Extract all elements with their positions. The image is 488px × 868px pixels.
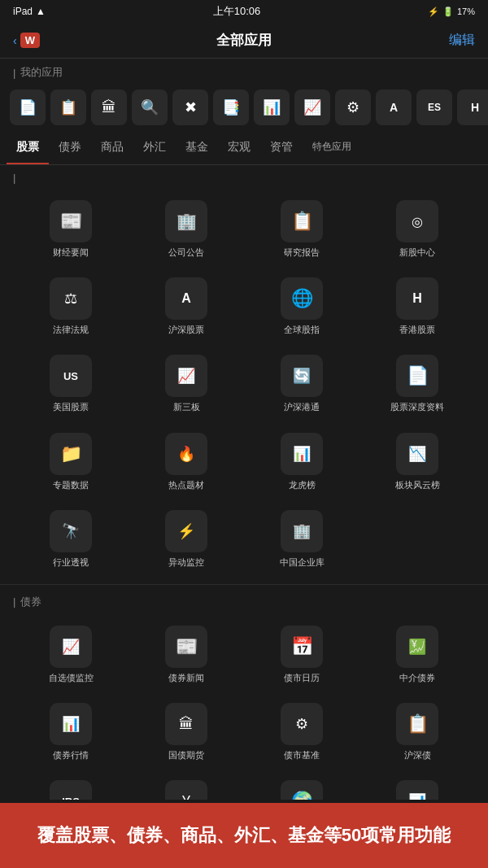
app-logo: W [20, 33, 40, 48]
dragon-tiger-label: 龙虎榜 [289, 480, 316, 491]
app-placeholder [359, 504, 475, 574]
connect-icon: 🔄 [281, 355, 323, 397]
sector-rank-icon: 📉 [396, 433, 438, 475]
app-movement-monitor[interactable]: ⚡ 异动监控 [129, 504, 244, 574]
app-research-report[interactable]: 📋 研究报告 [244, 194, 359, 264]
status-left: iPad ▲ [13, 6, 46, 17]
app-global-index[interactable]: 🌐 全球股指 [244, 271, 359, 342]
app-bond-watchlist[interactable]: 📈 自选债监控 [13, 619, 129, 690]
app-bond-quotes[interactable]: 📊 债券行情 [13, 696, 129, 767]
app-irs[interactable]: IRS IRS [13, 774, 129, 800]
shen-stocks-icon: A [165, 277, 207, 320]
bond-watchlist-label: 自选债监控 [49, 673, 94, 683]
app-industry-view[interactable]: 🔭 行业透视 [13, 504, 129, 574]
quick-icon-4[interactable]: ✖ [172, 89, 208, 125]
tab-bonds[interactable]: 债券 [49, 132, 91, 164]
app-sh-sz-bonds[interactable]: 📋 沪深债 [359, 696, 475, 767]
bond-calendar-icon: 📅 [281, 626, 323, 668]
tab-bar: 股票 债券 商品 外汇 基金 宏观 资管 特色应用 [0, 132, 488, 165]
treasury-futures-icon: 🏛 [165, 703, 207, 745]
app-bond-calendar[interactable]: 📅 债市日历 [244, 619, 359, 690]
movement-icon: ⚡ [165, 510, 207, 552]
us-stocks-label: 美国股票 [53, 402, 89, 412]
app-new-third-board[interactable]: 📈 新三板 [129, 348, 244, 419]
quick-icon-3[interactable]: 🔍 [132, 89, 168, 125]
sh-sz-bonds-label: 沪深债 [404, 750, 431, 761]
nav-title: 全部应用 [216, 31, 272, 50]
app-company-announcements[interactable]: 🏢 公司公告 [129, 194, 244, 264]
app-treasury-futures[interactable]: 🏛 国债期货 [129, 696, 244, 767]
quick-icon-7[interactable]: 📈 [294, 89, 330, 125]
tab-stocks[interactable]: 股票 [7, 132, 49, 164]
app-hk-stocks[interactable]: H 香港股票 [359, 271, 475, 342]
scroll-content[interactable]: | 📰 财经要闻 🏢 公司公告 📋 研究报告 ◎ 新股中心 ⚖ 法律法规 [0, 165, 488, 800]
tab-commodities[interactable]: 商品 [91, 132, 133, 164]
app-intermediary-bonds[interactable]: 💹 中介债券 [359, 619, 475, 690]
edit-button[interactable]: 编辑 [449, 32, 475, 49]
app-global-bonds[interactable]: 🌍 全球国债 [244, 774, 359, 800]
app-ipo-center[interactable]: ◎ 新股中心 [359, 194, 475, 264]
quick-icon-10[interactable]: ES [416, 89, 452, 125]
app-hot-topics[interactable]: 🔥 热点题材 [129, 426, 244, 497]
app-stock-depth[interactable]: 📄 股票深度资料 [359, 348, 475, 419]
app-bond-news[interactable]: 📰 债券新闻 [129, 619, 244, 690]
bottom-banner-text: 覆盖股票、债券、商品、外汇、基金等50项常用功能 [37, 823, 451, 848]
china-enterprise-icon: 🏢 [281, 510, 323, 552]
bond-depth-icon: 📊 [396, 780, 438, 800]
bond-watchlist-icon: 📈 [50, 626, 92, 668]
status-bar: iPad ▲ 上午10:06 ⚡ 🔋 17% [0, 0, 488, 23]
bond-calendar-label: 债市日历 [284, 673, 320, 683]
app-connect[interactable]: 🔄 沪深港通 [244, 348, 359, 419]
quick-icon-0[interactable]: 📄 [10, 89, 46, 125]
legal-label: 法律法规 [53, 325, 89, 335]
ipo-icon: ◎ [396, 200, 438, 242]
tab-special[interactable]: 特色应用 [303, 132, 361, 164]
company-ann-icon: 🏢 [165, 200, 207, 242]
tab-assetmgmt[interactable]: 资管 [260, 132, 303, 164]
app-financial-news[interactable]: 📰 财经要闻 [13, 194, 129, 264]
sector-rank-label: 板块风云榜 [395, 480, 440, 491]
quick-icons-row: 📄 📋 🏛 🔍 ✖ 📑 📊 📈 ⚙ A ES H ··· [0, 83, 488, 132]
movement-label: 异动监控 [168, 557, 204, 568]
hot-topics-icon: 🔥 [165, 433, 207, 475]
legal-icon: ⚖ [50, 277, 92, 320]
bonds-section-header: | 债券 [0, 588, 488, 613]
app-dragon-tiger[interactable]: 📊 龙虎榜 [244, 426, 359, 497]
tab-forex[interactable]: 外汇 [133, 132, 176, 164]
quick-icon-8[interactable]: ⚙ [335, 89, 371, 125]
app-bond-benchmark[interactable]: ⚙ 债市基准 [244, 696, 359, 767]
nav-bar: ‹ W 全部应用 编辑 [0, 23, 488, 59]
quick-icon-9[interactable]: A [376, 89, 412, 125]
app-legal[interactable]: ⚖ 法律法规 [13, 271, 129, 342]
app-us-stocks[interactable]: US 美国股票 [13, 348, 129, 419]
my-apps-header: | 我的应用 [0, 59, 488, 83]
treasury-futures-label: 国债期货 [168, 750, 204, 761]
app-sector-rank[interactable]: 📉 板块风云榜 [359, 426, 475, 497]
app-bond-depth[interactable]: 📊 债券深度资料 [359, 774, 475, 800]
intermediary-label: 中介债券 [399, 673, 435, 683]
dragon-tiger-icon: 📊 [281, 433, 323, 475]
wifi-icon: ▲ [36, 6, 46, 17]
bonds-section: | 债券 📈 自选债监控 📰 债券新闻 📅 债市日历 💹 中介债券 📊 [0, 588, 488, 800]
topic-data-icon: 📁 [50, 433, 92, 475]
research-label: 研究报告 [284, 247, 320, 258]
quick-icon-6[interactable]: 📊 [254, 89, 290, 125]
status-right: ⚡ 🔋 17% [428, 7, 475, 17]
tab-funds[interactable]: 基金 [176, 132, 218, 164]
bond-quotes-label: 债券行情 [53, 750, 89, 761]
app-fund-quote[interactable]: ¥ 资金报价 [129, 774, 244, 800]
quick-icon-5[interactable]: 📑 [213, 89, 249, 125]
bond-quotes-icon: 📊 [50, 703, 92, 745]
app-shen-stocks[interactable]: A 沪深股票 [129, 271, 244, 342]
us-stocks-icon: US [50, 355, 92, 397]
tab-macro[interactable]: 宏观 [218, 132, 260, 164]
app-topic-data[interactable]: 📁 专题数据 [13, 426, 129, 497]
quick-icon-2[interactable]: 🏛 [91, 89, 127, 125]
new-third-label: 新三板 [173, 402, 200, 412]
quick-icon-1[interactable]: 📋 [50, 89, 86, 125]
stocks-grid: 📰 财经要闻 🏢 公司公告 📋 研究报告 ◎ 新股中心 ⚖ 法律法规 A 沪 [0, 187, 488, 581]
quick-icon-11[interactable]: H [457, 89, 488, 125]
app-china-enterprise[interactable]: 🏢 中国企业库 [244, 504, 359, 574]
nav-back-button[interactable]: ‹ W [13, 33, 40, 48]
bond-news-label: 债券新闻 [168, 673, 204, 683]
